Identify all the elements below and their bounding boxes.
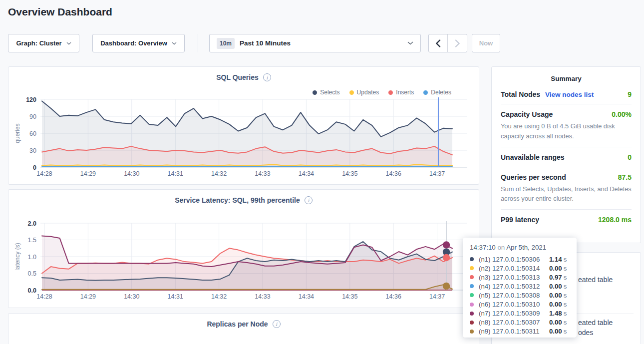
- service-latency-chart[interactable]: 0.00.51.01.52.014:2814:2914:3014:3114:32…: [8, 190, 480, 309]
- svg-text:2.0: 2.0: [28, 220, 36, 227]
- hover-tooltip: 14:37:10 on Apr 5th, 2021 (n1) 127.0.0.1…: [463, 238, 577, 338]
- summary-label: P99 latency: [501, 216, 539, 224]
- node-address: (n4) 127.0.0.1:50312: [479, 283, 549, 290]
- tooltip-timestamp: 14:37:10 on Apr 5th, 2021: [470, 244, 570, 251]
- info-icon[interactable]: i: [273, 320, 281, 328]
- svg-text:14:37: 14:37: [429, 170, 445, 177]
- summary-value: 0.00%: [612, 110, 632, 118]
- series-dot: [470, 257, 474, 261]
- node-address: (n1) 127.0.0.1:50306: [479, 256, 549, 263]
- svg-text:30: 30: [29, 147, 36, 154]
- event-text-fragment: eated table: [578, 276, 613, 284]
- tooltip-row: (n8) 127.0.0.1:503070.00s: [470, 318, 570, 327]
- graph-dropdown[interactable]: Graph: Cluster: [8, 34, 79, 52]
- latency-unit: s: [564, 274, 567, 281]
- time-range-picker[interactable]: 10m Past 10 Minutes: [209, 34, 421, 52]
- latency-value: 0.00: [549, 292, 562, 299]
- svg-text:14:32: 14:32: [211, 170, 227, 177]
- chevron-right-icon: [455, 39, 460, 47]
- node-address: (n9) 127.0.0.1:50311: [479, 328, 549, 335]
- graph-dropdown-label: Graph: Cluster: [16, 39, 61, 47]
- svg-text:0: 0: [33, 164, 36, 171]
- svg-text:14:36: 14:36: [386, 293, 401, 300]
- svg-text:0.5: 0.5: [28, 270, 36, 277]
- series-dot: [470, 293, 474, 297]
- view-nodes-link[interactable]: View nodes list: [545, 91, 594, 98]
- time-range-badge: 10m: [217, 38, 235, 49]
- chevron-left-icon: [435, 39, 441, 47]
- node-address: (n5) 127.0.0.1:50308: [479, 292, 549, 299]
- summary-value: 0: [628, 153, 632, 161]
- summary-item: Queries per second87.5Sum of Selects, Up…: [501, 167, 632, 210]
- latency-unit: s: [564, 301, 567, 308]
- tooltip-row: (n6) 127.0.0.1:503100.00s: [470, 300, 570, 309]
- latency-value: 0.97: [549, 274, 562, 281]
- latency-value: 1.48: [549, 310, 562, 317]
- latency-value: 0.00: [549, 328, 562, 335]
- prev-time-button[interactable]: [429, 34, 448, 52]
- summary-label: Queries per second: [501, 173, 566, 181]
- series-dot: [470, 266, 474, 270]
- svg-text:14:34: 14:34: [299, 170, 314, 177]
- latency-unit: s: [564, 328, 567, 335]
- latency-unit: s: [564, 319, 567, 326]
- latency-value: 0.00: [549, 283, 562, 290]
- chevron-down-icon: [172, 42, 177, 45]
- summary-label: Total Nodes: [501, 90, 540, 98]
- svg-text:14:37: 14:37: [429, 293, 445, 300]
- summary-item: Capacity Usage0.00%You are using 0 B of …: [501, 104, 632, 147]
- series-dot: [470, 312, 474, 316]
- tooltip-row: (n4) 127.0.0.1:503120.00s: [470, 282, 570, 291]
- node-address: (n7) 127.0.0.1:50309: [479, 310, 549, 317]
- chevron-down-icon: [66, 42, 71, 45]
- event-text-fragment: odes: [578, 329, 593, 337]
- summary-item: Total NodesView nodes list9: [501, 84, 632, 104]
- series-dot: [470, 330, 474, 334]
- latency-value: 0.00: [549, 301, 562, 308]
- next-time-button[interactable]: [448, 34, 467, 52]
- svg-text:14:30: 14:30: [124, 170, 139, 177]
- now-button[interactable]: Now: [472, 34, 500, 52]
- summary-value: 1208.0 ms: [598, 216, 632, 224]
- svg-text:14:28: 14:28: [36, 293, 52, 300]
- svg-text:14:29: 14:29: [80, 170, 96, 177]
- sql-queries-card: SQL Queries i SelectsUpdatesInsertsDelet…: [8, 66, 479, 185]
- summary-label: Capacity Usage: [501, 110, 553, 118]
- svg-text:14:35: 14:35: [342, 293, 357, 300]
- svg-text:1.5: 1.5: [28, 237, 36, 244]
- svg-text:14:31: 14:31: [168, 170, 183, 177]
- dashboard-dropdown[interactable]: Dashboard: Overview: [92, 34, 185, 52]
- svg-text:queries: queries: [14, 123, 21, 143]
- svg-text:14:32: 14:32: [211, 293, 227, 300]
- node-address: (n8) 127.0.0.1:50307: [479, 319, 549, 326]
- series-dot: [470, 284, 474, 288]
- tooltip-row: (n9) 127.0.0.1:503110.00s: [470, 327, 570, 336]
- controls-divider: [198, 34, 198, 52]
- summary-subtext: Sum of Selects, Updates, Inserts, and De…: [501, 184, 632, 204]
- summary-items: Total NodesView nodes list9Capacity Usag…: [501, 84, 632, 229]
- summary-panel: Summary Total NodesView nodes list9Capac…: [491, 66, 641, 243]
- summary-value: 9: [628, 90, 632, 98]
- node-address: (n6) 127.0.0.1:50310: [479, 301, 549, 308]
- node-address: (n3) 127.0.0.1:50313: [479, 274, 549, 281]
- overview-dashboard-page: Overview Dashboard Graph: Cluster Dashbo…: [0, 0, 644, 344]
- summary-value: 87.5: [618, 173, 632, 181]
- latency-value: 1.14: [549, 256, 562, 263]
- series-dot: [470, 275, 474, 279]
- node-address: (n2) 127.0.0.1:50314: [479, 265, 549, 272]
- dashboard-dropdown-label: Dashboard: Overview: [100, 39, 167, 47]
- time-range-label: Past 10 Minutes: [240, 39, 291, 47]
- svg-text:14:31: 14:31: [168, 293, 183, 300]
- latency-unit: s: [564, 256, 567, 263]
- latency-unit: s: [564, 310, 567, 317]
- series-dot: [470, 321, 474, 325]
- svg-text:120: 120: [26, 96, 36, 103]
- sql-queries-chart[interactable]: 030609012014:2814:2914:3014:3114:3214:33…: [8, 67, 480, 185]
- event-text-fragment: eated table: [578, 319, 613, 327]
- series-dot: [470, 303, 474, 307]
- page-title: Overview Dashboard: [8, 6, 112, 18]
- latency-value: 0.00: [549, 319, 562, 326]
- service-latency-card: Service Latency: SQL, 99th percentile i …: [8, 189, 479, 308]
- latency-value: 0.00: [549, 265, 562, 272]
- svg-text:14:28: 14:28: [36, 170, 52, 177]
